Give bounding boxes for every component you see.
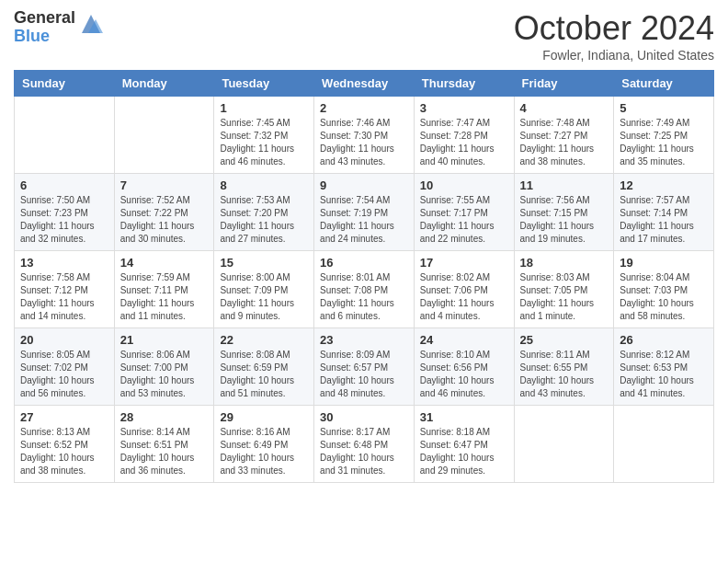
day-info: Sunrise: 8:04 AM Sunset: 7:03 PM Dayligh… <box>620 271 708 323</box>
calendar-cell: 13Sunrise: 7:58 AM Sunset: 7:12 PM Dayli… <box>15 251 115 328</box>
calendar-day-header: Sunday <box>15 71 115 97</box>
day-info: Sunrise: 7:46 AM Sunset: 7:30 PM Dayligh… <box>320 117 408 168</box>
calendar-header-row: SundayMondayTuesdayWednesdayThursdayFrid… <box>15 71 714 97</box>
day-info: Sunrise: 7:47 AM Sunset: 7:28 PM Dayligh… <box>420 117 508 168</box>
calendar-cell: 25Sunrise: 8:11 AM Sunset: 6:55 PM Dayli… <box>514 328 614 406</box>
calendar-cell: 6Sunrise: 7:50 AM Sunset: 7:23 PM Daylig… <box>15 174 115 251</box>
calendar-cell <box>114 97 214 174</box>
calendar-week-row: 1Sunrise: 7:45 AM Sunset: 7:32 PM Daylig… <box>15 97 714 174</box>
logo-general: General <box>14 9 75 28</box>
day-number: 3 <box>420 101 508 115</box>
day-info: Sunrise: 7:55 AM Sunset: 7:17 PM Dayligh… <box>420 194 508 246</box>
day-info: Sunrise: 7:45 AM Sunset: 7:32 PM Dayligh… <box>220 117 308 168</box>
day-info: Sunrise: 8:01 AM Sunset: 7:08 PM Dayligh… <box>320 271 408 323</box>
day-number: 31 <box>420 410 508 424</box>
day-info: Sunrise: 8:17 AM Sunset: 6:48 PM Dayligh… <box>320 426 408 477</box>
day-number: 24 <box>420 333 508 347</box>
day-info: Sunrise: 8:03 AM Sunset: 7:05 PM Dayligh… <box>520 271 609 323</box>
calendar-cell: 10Sunrise: 7:55 AM Sunset: 7:17 PM Dayli… <box>414 174 514 251</box>
day-number: 22 <box>220 333 308 347</box>
calendar-day-header: Friday <box>514 71 614 97</box>
calendar-cell: 29Sunrise: 8:16 AM Sunset: 6:49 PM Dayli… <box>214 406 314 483</box>
day-info: Sunrise: 7:49 AM Sunset: 7:25 PM Dayligh… <box>620 117 708 168</box>
day-info: Sunrise: 7:58 AM Sunset: 7:12 PM Dayligh… <box>20 271 108 323</box>
day-number: 30 <box>320 410 408 424</box>
calendar-cell <box>614 406 714 483</box>
day-number: 8 <box>220 178 308 192</box>
day-info: Sunrise: 7:48 AM Sunset: 7:27 PM Dayligh… <box>520 117 609 168</box>
logo-blue: Blue <box>14 28 75 46</box>
month-title: October 2024 <box>514 9 714 48</box>
calendar-cell: 4Sunrise: 7:48 AM Sunset: 7:27 PM Daylig… <box>514 97 614 174</box>
calendar-cell: 27Sunrise: 8:13 AM Sunset: 6:52 PM Dayli… <box>15 406 115 483</box>
calendar-day-header: Monday <box>114 71 214 97</box>
calendar-cell: 12Sunrise: 7:57 AM Sunset: 7:14 PM Dayli… <box>614 174 714 251</box>
calendar-day-header: Saturday <box>614 71 714 97</box>
day-info: Sunrise: 8:09 AM Sunset: 6:57 PM Dayligh… <box>320 349 408 400</box>
day-number: 25 <box>520 333 609 347</box>
calendar-cell: 30Sunrise: 8:17 AM Sunset: 6:48 PM Dayli… <box>314 406 415 483</box>
calendar-cell <box>15 97 115 174</box>
logo: General Blue <box>14 9 105 46</box>
day-info: Sunrise: 7:57 AM Sunset: 7:14 PM Dayligh… <box>620 194 708 246</box>
day-info: Sunrise: 8:02 AM Sunset: 7:06 PM Dayligh… <box>420 271 508 323</box>
day-number: 28 <box>120 410 209 424</box>
calendar-cell: 1Sunrise: 7:45 AM Sunset: 7:32 PM Daylig… <box>214 97 314 174</box>
day-info: Sunrise: 7:53 AM Sunset: 7:20 PM Dayligh… <box>220 194 308 246</box>
day-number: 1 <box>220 101 308 115</box>
day-info: Sunrise: 8:18 AM Sunset: 6:47 PM Dayligh… <box>420 426 508 477</box>
calendar-cell: 23Sunrise: 8:09 AM Sunset: 6:57 PM Dayli… <box>314 328 415 406</box>
calendar-cell: 3Sunrise: 7:47 AM Sunset: 7:28 PM Daylig… <box>414 97 514 174</box>
day-number: 29 <box>220 410 308 424</box>
day-number: 7 <box>120 178 209 192</box>
title-section: October 2024 Fowler, Indiana, United Sta… <box>514 9 714 63</box>
day-number: 19 <box>620 256 708 270</box>
calendar-day-header: Wednesday <box>314 71 415 97</box>
day-number: 13 <box>20 256 108 270</box>
day-number: 18 <box>520 256 609 270</box>
day-number: 11 <box>520 178 609 192</box>
calendar-cell: 24Sunrise: 8:10 AM Sunset: 6:56 PM Dayli… <box>414 328 514 406</box>
day-number: 14 <box>120 256 209 270</box>
day-info: Sunrise: 8:08 AM Sunset: 6:59 PM Dayligh… <box>220 349 308 400</box>
day-info: Sunrise: 8:16 AM Sunset: 6:49 PM Dayligh… <box>220 426 308 477</box>
calendar-cell: 31Sunrise: 8:18 AM Sunset: 6:47 PM Dayli… <box>414 406 514 483</box>
calendar-cell: 5Sunrise: 7:49 AM Sunset: 7:25 PM Daylig… <box>614 97 714 174</box>
day-number: 26 <box>620 333 708 347</box>
calendar-cell: 18Sunrise: 8:03 AM Sunset: 7:05 PM Dayli… <box>514 251 614 328</box>
header: General Blue October 2024 Fowler, Indian… <box>14 9 714 63</box>
calendar-cell: 17Sunrise: 8:02 AM Sunset: 7:06 PM Dayli… <box>414 251 514 328</box>
calendar-cell: 20Sunrise: 8:05 AM Sunset: 7:02 PM Dayli… <box>15 328 115 406</box>
calendar-cell: 11Sunrise: 7:56 AM Sunset: 7:15 PM Dayli… <box>514 174 614 251</box>
calendar: SundayMondayTuesdayWednesdayThursdayFrid… <box>14 70 714 483</box>
day-number: 20 <box>20 333 108 347</box>
day-info: Sunrise: 8:14 AM Sunset: 6:51 PM Dayligh… <box>120 426 209 477</box>
calendar-week-row: 20Sunrise: 8:05 AM Sunset: 7:02 PM Dayli… <box>15 328 714 406</box>
calendar-day-header: Thursday <box>414 71 514 97</box>
day-number: 23 <box>320 333 408 347</box>
day-info: Sunrise: 8:06 AM Sunset: 7:00 PM Dayligh… <box>120 349 209 400</box>
day-info: Sunrise: 8:11 AM Sunset: 6:55 PM Dayligh… <box>520 349 609 400</box>
day-number: 10 <box>420 178 508 192</box>
day-info: Sunrise: 7:56 AM Sunset: 7:15 PM Dayligh… <box>520 194 609 246</box>
calendar-cell: 21Sunrise: 8:06 AM Sunset: 7:00 PM Dayli… <box>114 328 214 406</box>
calendar-week-row: 13Sunrise: 7:58 AM Sunset: 7:12 PM Dayli… <box>15 251 714 328</box>
day-info: Sunrise: 8:05 AM Sunset: 7:02 PM Dayligh… <box>20 349 108 400</box>
calendar-week-row: 27Sunrise: 8:13 AM Sunset: 6:52 PM Dayli… <box>15 406 714 483</box>
calendar-cell: 26Sunrise: 8:12 AM Sunset: 6:53 PM Dayli… <box>614 328 714 406</box>
calendar-cell: 7Sunrise: 7:52 AM Sunset: 7:22 PM Daylig… <box>114 174 214 251</box>
calendar-cell: 22Sunrise: 8:08 AM Sunset: 6:59 PM Dayli… <box>214 328 314 406</box>
location: Fowler, Indiana, United States <box>514 48 714 63</box>
logo-text: General Blue <box>14 9 75 46</box>
day-info: Sunrise: 7:52 AM Sunset: 7:22 PM Dayligh… <box>120 194 209 246</box>
day-info: Sunrise: 7:59 AM Sunset: 7:11 PM Dayligh… <box>120 271 209 323</box>
calendar-week-row: 6Sunrise: 7:50 AM Sunset: 7:23 PM Daylig… <box>15 174 714 251</box>
calendar-day-header: Tuesday <box>214 71 314 97</box>
day-number: 5 <box>620 101 708 115</box>
day-number: 27 <box>20 410 108 424</box>
day-number: 15 <box>220 256 308 270</box>
day-info: Sunrise: 8:12 AM Sunset: 6:53 PM Dayligh… <box>620 349 708 400</box>
day-number: 17 <box>420 256 508 270</box>
day-number: 9 <box>320 178 408 192</box>
calendar-cell: 15Sunrise: 8:00 AM Sunset: 7:09 PM Dayli… <box>214 251 314 328</box>
